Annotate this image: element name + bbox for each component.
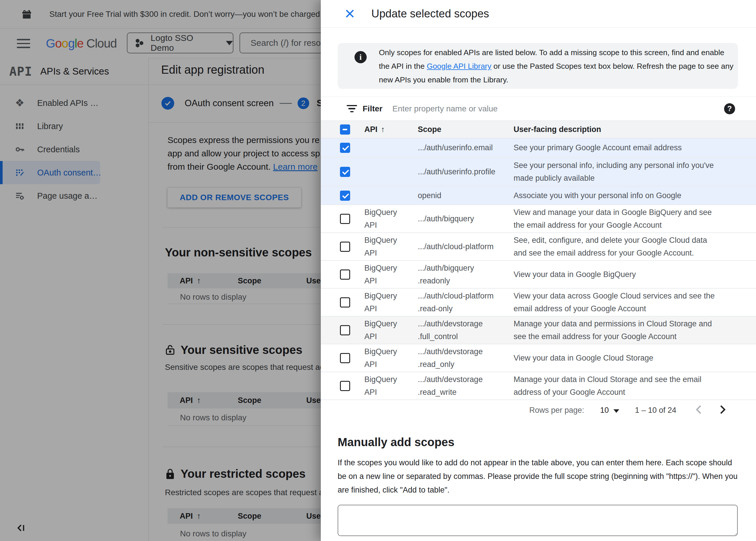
rows-per-page-select[interactable]: 10 [600, 406, 619, 415]
row-checkbox[interactable] [340, 143, 350, 153]
row-checkbox[interactable] [340, 214, 350, 224]
sort-asc-icon: ↑ [381, 125, 385, 134]
rows-per-page-label: Rows per page: [529, 406, 584, 415]
row-checkbox[interactable] [340, 353, 350, 363]
panel-title: Update selected scopes [371, 8, 489, 20]
manually-add-scopes-description: If the scopes you would like to add do n… [338, 456, 741, 497]
table-row[interactable]: BigQuery API .../auth/devstorage .read_o… [321, 344, 756, 372]
filter-icon [346, 104, 357, 113]
help-icon[interactable]: ? [724, 103, 735, 114]
google-cloud-console: Start your Free Trial with $300 in credi… [0, 0, 756, 541]
scopes-table-body: .../auth/userinfo.email See your primary… [321, 138, 756, 400]
manually-add-scopes-heading: Manually add scopes [338, 436, 454, 449]
info-line-1: Only scopes for enabled APIs are listed … [379, 46, 733, 60]
filter-bar[interactable]: Filter Enter property name or value ? [321, 97, 756, 120]
row-checkbox[interactable] [340, 297, 350, 307]
info-line-3: new APIs you enable from the Library. [379, 73, 733, 87]
google-api-library-link[interactable]: Google API Library [427, 62, 491, 71]
row-checkbox[interactable] [340, 270, 350, 279]
table-row[interactable]: BigQuery API .../auth/bigquery View and … [321, 205, 756, 233]
close-icon[interactable] [345, 8, 355, 19]
table-row[interactable]: BigQuery API .../auth/bigquery .readonly… [321, 261, 756, 288]
previous-page-icon[interactable] [693, 403, 705, 416]
pagination-range: 1 – 10 of 24 [635, 406, 676, 415]
info-line-2: the API in the Google API Library or use… [379, 60, 733, 73]
table-row[interactable]: openid Associate you with your personal … [321, 187, 756, 205]
table-row[interactable]: .../auth/userinfo.email See your primary… [321, 138, 756, 158]
pagination: Rows per page: 10 1 – 10 of 24 [321, 400, 756, 420]
chevron-down-icon [613, 409, 619, 413]
table-row[interactable]: BigQuery API .../auth/cloud-platform See… [321, 233, 756, 261]
info-banner: i Only scopes for enabled APIs are liste… [338, 43, 738, 89]
row-checkbox[interactable] [340, 381, 350, 391]
scopes-table-header: API↑ Scope User-facing description [321, 120, 756, 138]
select-all-checkbox[interactable] [340, 125, 350, 135]
table-row[interactable]: BigQuery API .../auth/cloud-platform .re… [321, 288, 756, 316]
update-scopes-panel: Update selected scopes i Only scopes for… [321, 0, 756, 541]
filter-placeholder: Enter property name or value [392, 104, 498, 113]
row-checkbox[interactable] [340, 191, 350, 201]
info-icon: i [354, 51, 367, 63]
column-description[interactable]: User-facing description [514, 125, 719, 134]
row-checkbox[interactable] [340, 242, 350, 252]
table-row[interactable]: BigQuery API .../auth/devstorage .read_w… [321, 372, 756, 400]
row-checkbox[interactable] [340, 167, 350, 177]
table-row[interactable]: .../auth/userinfo.profile See your perso… [321, 158, 756, 187]
column-scope[interactable]: Scope [418, 125, 514, 134]
row-checkbox[interactable] [340, 325, 350, 335]
panel-header: Update selected scopes [321, 0, 756, 28]
table-row[interactable]: BigQuery API .../auth/devstorage .full_c… [321, 316, 756, 344]
filter-label: Filter [363, 104, 382, 113]
next-page-icon[interactable] [716, 403, 728, 416]
column-api[interactable]: API↑ [364, 125, 418, 134]
manual-scopes-textarea[interactable] [338, 505, 738, 536]
